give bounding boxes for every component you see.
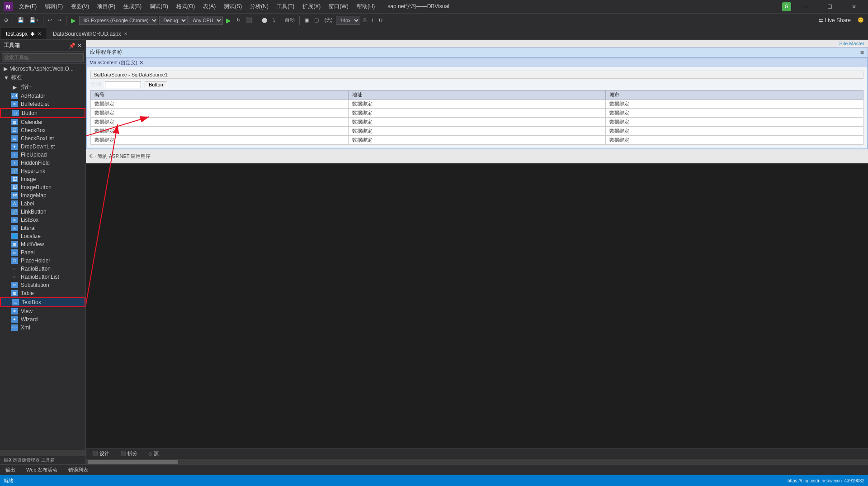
toolbox-item-imagebutton[interactable]: 🖼 ImageButton: [0, 183, 85, 191]
menu-ext[interactable]: 扩展(X): [299, 1, 324, 12]
refresh-btn[interactable]: ↻: [234, 16, 243, 24]
toolbox-item-calendar[interactable]: ▦ Calendar: [0, 118, 85, 126]
debug-config-select[interactable]: Debug: [159, 16, 188, 25]
toolbox-item-wizard[interactable]: ✦ Wizard: [0, 315, 85, 324]
toolbox-item-hiddenfield[interactable]: ▪ HiddenField: [0, 159, 85, 167]
designer-tab-source[interactable]: ◇ 源: [146, 449, 161, 458]
tab-test-aspx[interactable]: test.aspx ✱ ✕: [0, 28, 47, 39]
menu-window[interactable]: 窗口(W): [325, 1, 352, 12]
save-all-btn[interactable]: 💾+: [27, 16, 41, 24]
split-icon: ⬛: [120, 451, 126, 456]
menu-edit[interactable]: 编辑(E): [41, 1, 66, 12]
stop-btn[interactable]: ⬛: [244, 16, 255, 24]
cpu-config-select[interactable]: Any CPU: [189, 16, 223, 25]
breakpoints-btn[interactable]: ⬤: [259, 16, 269, 24]
sidebar-header-btns[interactable]: 📌 ✕: [69, 43, 82, 49]
toolbox-item-checkbox[interactable]: ☑ CheckBox: [0, 126, 85, 134]
tree-group-microsoft-header[interactable]: ▶ Microsoft.AspNet.Web.O...: [0, 65, 85, 73]
toolbox-item-adrotator[interactable]: Ad AdRotator: [0, 92, 85, 100]
menu-view[interactable]: 视图(V): [67, 1, 93, 12]
hamburger-icon[interactable]: ≡: [860, 49, 864, 56]
menu-table[interactable]: 表(A): [199, 1, 219, 12]
run-config-select[interactable]: IIS Express (Google Chrome): [79, 16, 158, 25]
bottom-tab-webpublish[interactable]: Web 发布活动: [21, 466, 63, 474]
item-label-radiobutton: RadioButton: [21, 266, 51, 272]
bottom-tab-output[interactable]: 输出: [0, 466, 21, 474]
tab-datasource-aspx[interactable]: DataSourceWithCRUD.aspx ✕: [47, 28, 133, 39]
restore-button[interactable]: ☐: [819, 0, 840, 14]
toolbox-item-imagemap[interactable]: 🗺 ImageMap: [0, 191, 85, 200]
content-label-close[interactable]: ✕: [139, 60, 143, 66]
step-over-btn[interactable]: ⤵: [270, 16, 278, 24]
menu-bar[interactable]: 文件(F) 编辑(E) 视图(V) 项目(P) 生成(B) 调试(D) 格式(O…: [15, 1, 378, 12]
toolbox-item-listbox[interactable]: ≡ ListBox: [0, 216, 85, 224]
scroll-thumb[interactable]: [88, 460, 178, 464]
toolbox-item-fileupload[interactable]: ↑ FileUpload: [0, 151, 85, 159]
menu-build[interactable]: 生成(B): [120, 1, 145, 12]
toolbox-item-image[interactable]: 🖼 Image: [0, 175, 85, 183]
toolbox-item-localize[interactable]: 🌐 Localize: [0, 232, 85, 240]
menu-help[interactable]: 帮助(H): [353, 1, 379, 12]
toolbox-item-xml[interactable]: <> Xml: [0, 324, 85, 332]
none-btn[interactable]: (无): [322, 15, 335, 25]
search-input[interactable]: [2, 53, 84, 62]
menu-project[interactable]: 项目(P): [94, 1, 119, 12]
tab-close-btn[interactable]: ✕: [38, 31, 41, 36]
toolbox-item-hyperlink[interactable]: 🔗 HyperLink: [0, 167, 85, 175]
toolbox-item-textbox[interactable]: ▭ TextBox: [0, 297, 85, 307]
designer-tab-design[interactable]: ⬛ 设计: [90, 449, 112, 458]
item-label-checkbox: CheckBox: [21, 127, 46, 133]
toolbox-item-panel[interactable]: ▭ Panel: [0, 248, 85, 257]
start-btn[interactable]: ▶: [224, 15, 233, 25]
menu-format[interactable]: 格式(O): [173, 1, 198, 12]
italic-btn[interactable]: I: [370, 16, 376, 24]
query-button[interactable]: Button: [145, 81, 167, 88]
toolbox-item-button[interactable]: □ Button: [0, 108, 85, 118]
run-dropdown[interactable]: ▶: [69, 15, 78, 25]
layout-btn2[interactable]: ▢: [312, 16, 321, 24]
feedback-btn[interactable]: 😊: [855, 16, 866, 24]
toolbox-item-substitution[interactable]: ⟳ Substitution: [0, 281, 85, 289]
menu-analyze[interactable]: 分析(N): [246, 1, 272, 12]
sidebar-close-btn[interactable]: ✕: [77, 43, 82, 49]
menu-tools[interactable]: 工具(T): [273, 1, 298, 12]
toolbox-item-table[interactable]: ▦ Table: [0, 289, 85, 297]
item-icon-hyperlink: 🔗: [11, 168, 18, 174]
layout-btn1[interactable]: ▣: [302, 16, 311, 24]
tab-close-btn-2[interactable]: ✕: [124, 31, 127, 36]
font-size-select[interactable]: 14px: [336, 16, 360, 25]
menu-test[interactable]: 测试(S): [220, 1, 245, 12]
toolbox-item-bulletedlist[interactable]: ≡ BulletedList: [0, 100, 85, 108]
site-master-link[interactable]: Site.Master: [839, 41, 864, 46]
toolbox-item-literal[interactable]: A Literal: [0, 224, 85, 232]
toolbox-item-radiobutton[interactable]: ○ RadioButton: [0, 265, 85, 273]
toolbox-item-placeholder[interactable]: □ PlaceHolder: [0, 257, 85, 265]
menu-file[interactable]: 文件(F): [15, 1, 40, 12]
menu-debug[interactable]: 调试(D): [146, 1, 172, 12]
toolbox-item-checkboxlist[interactable]: ☑ CheckBoxList: [0, 134, 85, 143]
toolbox-item-view[interactable]: 👁 View: [0, 307, 85, 315]
close-button[interactable]: ✕: [844, 0, 864, 14]
redo-btn[interactable]: ↪: [55, 16, 64, 24]
toolbox-item-label[interactable]: A Label: [0, 200, 85, 208]
toolbox-item-dropdownlist[interactable]: ▼ DropDownList: [0, 143, 85, 151]
designer-tab-split[interactable]: ⬛ 拆分: [118, 449, 140, 458]
save-btn[interactable]: 💾: [15, 16, 26, 24]
toolbox-item-pointer[interactable]: ▶ 指针: [0, 82, 85, 92]
horizontal-scrollbar[interactable]: [86, 459, 868, 464]
query-input[interactable]: [105, 81, 141, 88]
bold-btn[interactable]: B: [361, 16, 369, 24]
toolbox-item-multiview[interactable]: ▦ MultiView: [0, 240, 85, 248]
toolbox-item-radiobuttonlist[interactable]: ○ RadioButtonList: [0, 273, 85, 281]
underline-btn[interactable]: U: [377, 16, 385, 24]
minimize-button[interactable]: —: [795, 0, 816, 14]
toolbox-item-linkbutton[interactable]: 🔗 LinkButton: [0, 208, 85, 216]
new-project-btn[interactable]: ⊕: [2, 16, 10, 24]
tree-group-standard-header[interactable]: ▼ 标准: [0, 73, 85, 82]
sidebar-search-box[interactable]: [0, 52, 85, 64]
undo-btn[interactable]: ↩: [46, 16, 54, 24]
pin-btn[interactable]: 📌: [69, 43, 75, 49]
sidebar-scrollbar[interactable]: [0, 450, 85, 456]
bottom-tab-errors[interactable]: 错误列表: [63, 466, 94, 474]
live-share-button[interactable]: ⇆ Live Share: [815, 15, 854, 25]
